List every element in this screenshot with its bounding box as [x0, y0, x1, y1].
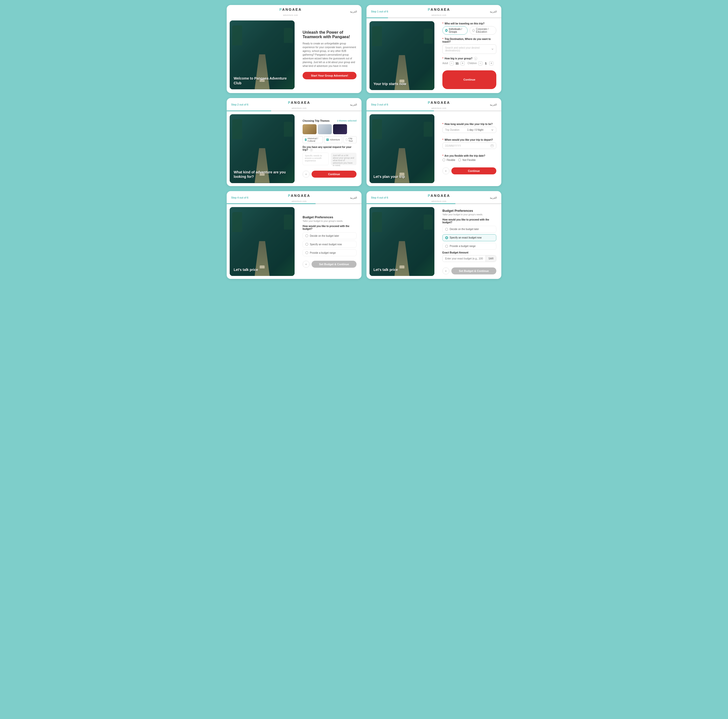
depart-group: * When would you like your trip to depar… — [442, 139, 496, 151]
radio-exact-4b — [445, 236, 448, 239]
budget-sub-4a: Tailor your budget to your group's needs… — [303, 220, 356, 222]
option-corporate-education[interactable]: Corporate / Education — [470, 26, 496, 35]
flexible-group: * Are you flexible with the trip date? F… — [442, 154, 496, 162]
theme-images-row — [303, 124, 356, 134]
budget-opt-exact-4a[interactable]: Specify an exact budget now — [303, 241, 356, 248]
radio-later-4b — [445, 228, 448, 231]
budget-range-label-4a: Provide a budget range — [310, 252, 336, 254]
step2-action-row: ‹ Continue — [303, 171, 356, 178]
arabic-link-welcome[interactable]: العربية — [350, 10, 357, 13]
depart-date-input[interactable]: DD/MM/YYYY — [442, 142, 496, 149]
option-individuals-groups[interactable]: Individuals / Groups — [442, 26, 468, 35]
budget-range-label-4b: Provide a budget range — [450, 245, 476, 247]
step3-continue-button[interactable]: Continue — [451, 167, 496, 174]
children-count: 1 — [484, 62, 488, 65]
check-historical — [305, 139, 307, 141]
theme-img-desert[interactable] — [303, 124, 317, 134]
arabic-link-3[interactable]: العربية — [490, 103, 497, 106]
option-not-flexible[interactable]: Not Flexible — [458, 159, 476, 162]
step1-continue-button[interactable]: Continue — [442, 70, 496, 89]
theme-tag-historical[interactable]: Historical / Cultural — [303, 136, 323, 143]
welcome-desc: Ready to create an unforgettable group e… — [303, 42, 356, 68]
step4b-back-button[interactable]: ‹ — [442, 267, 450, 275]
adult-count: 11 — [455, 62, 459, 65]
step2-content: Choosing Trip Themes 2 themes selected — [298, 111, 361, 186]
option-flexible[interactable]: Flexible — [442, 159, 455, 162]
budget-exact-label-4a: Specify an exact budget now — [310, 243, 342, 246]
arabic-link-4b[interactable]: العربية — [490, 196, 497, 199]
radio-flexible — [442, 159, 445, 162]
card-step3-header: Step 3 out of 6 PANGAEA adventure.com ال… — [367, 98, 501, 110]
brand-logo-4b: PANGAEA adventure.com — [428, 194, 450, 202]
duration-group: * How long would you like your trip to b… — [442, 123, 496, 136]
brand-logo-welcome: PANGAEA adventure.com — [279, 8, 302, 16]
step4b-set-budget-button[interactable]: Set Budget & Continue — [451, 267, 496, 275]
theme-tag-adventure[interactable]: Adventure — [324, 136, 342, 143]
children-increment[interactable]: + — [489, 61, 493, 66]
step-label-2: Step 2 out of 6 — [231, 103, 248, 106]
budget-opt-exact-4b[interactable]: Specify an exact budget now — [442, 234, 496, 241]
step3-back-button[interactable]: ‹ — [442, 167, 450, 174]
welcome-image-text: Welcome to Pangaea Adventure Club — [230, 72, 295, 89]
amount-input[interactable] — [443, 255, 486, 262]
destination-group: * Trip Destination, Where do you want to… — [442, 38, 496, 54]
step4a-back-button[interactable]: ‹ — [303, 261, 310, 268]
duration-placeholder: Trip Duration — [445, 128, 459, 131]
step1-image-text: Your trip starts now — [370, 78, 410, 90]
welcome-title: Unleash the Power of Teamwork with Panga… — [303, 30, 356, 39]
adult-decrement[interactable]: − — [450, 61, 454, 66]
uncheck-city — [346, 139, 347, 141]
card-step2-body: What kind of adventure are you looking f… — [227, 111, 361, 186]
step4a-set-budget-button[interactable]: Set Budget & Continue — [312, 261, 356, 268]
arabic-link-1[interactable]: العربية — [490, 10, 497, 13]
step2-back-button[interactable]: ‹ — [303, 171, 310, 178]
step2-image-heading: What kind of adventure are you looking f… — [234, 170, 291, 179]
theme-tag-city[interactable]: City Tour — [344, 136, 356, 143]
budget-opt-later-4a[interactable]: Decide on the budget later — [303, 232, 356, 239]
theme-historical-label: Historical / Cultural — [307, 137, 321, 142]
budget-question-4a: How would you like to proceed with the b… — [303, 225, 356, 230]
theme-adventure-label: Adventure — [330, 139, 340, 141]
traveler-type-group: * Who will be traveling on this trip? In… — [442, 22, 496, 35]
step3-action-row: ‹ Continue — [442, 167, 496, 174]
welcome-image-heading: Welcome to Pangaea Adventure Club — [234, 76, 291, 85]
themes-title: Choosing Trip Themes 2 themes selected — [303, 119, 356, 122]
choosing-label: Choosing Trip Themes — [303, 119, 330, 122]
budget-opt-later-4b[interactable]: Decide on the budget later — [442, 226, 496, 233]
check-adventure — [326, 139, 329, 141]
theme-img-city[interactable] — [333, 124, 347, 134]
budget-opt-range-4b[interactable]: Provide a budget range — [442, 243, 496, 250]
card-welcome-header: PANGAEA adventure.com العربية — [227, 5, 361, 17]
radio-range-4a — [305, 251, 308, 254]
step3-image-text: Let's plan your trip — [370, 170, 409, 183]
req-input[interactable]: Specific needs to ensure a smooth experi… — [303, 153, 329, 165]
step4b-image-heading: Let's talk price — [373, 267, 398, 272]
theme-city-label: City Tour — [349, 137, 354, 142]
duration-arrow-icon — [491, 129, 494, 131]
step1-image: Your trip starts now — [370, 21, 434, 90]
budget-later-label-4b: Decide on the budget later — [450, 228, 479, 231]
exact-amount-group: Exact Budget Amount SAR — [442, 251, 496, 262]
arabic-link-2[interactable]: العربية — [350, 103, 357, 106]
destination-select[interactable]: Search and select your desired destinati… — [442, 44, 496, 54]
children-decrement[interactable]: − — [478, 61, 482, 66]
adult-counter: Adult − 11 + — [442, 61, 465, 66]
step4b-action-row: ‹ Set Budget & Continue — [442, 267, 496, 275]
brand-logo-4a: PANGAEA adventure.com — [288, 194, 310, 202]
theme-img-horse[interactable] — [318, 124, 332, 134]
radio-later-4a — [305, 234, 308, 237]
req-placeholder: Specific needs to ensure a smooth experi… — [305, 154, 322, 162]
arabic-link-4a[interactable]: العربية — [350, 196, 357, 199]
adult-increment[interactable]: + — [460, 61, 465, 66]
traveler-type-label: * Who will be traveling on this trip? — [442, 22, 496, 25]
step3-image: Let's plan your trip — [370, 114, 434, 183]
group-size-group: * How big is your group? i Adult − 11 + … — [442, 57, 496, 66]
req-hint-text: Just tell us a bit about your group and … — [333, 154, 354, 166]
brand-logo-3: PANGAEA adventure.com — [428, 101, 450, 109]
step2-continue-button[interactable]: Continue — [312, 171, 356, 178]
budget-opt-range-4a[interactable]: Provide a budget range — [303, 249, 356, 256]
start-adventure-button[interactable]: Start Your Group Adventure! — [303, 72, 356, 79]
card-step1-header: Step 1 out of 6 PANGAEA adventure.com ال… — [367, 5, 501, 17]
card-step4b-body: Let's talk price Budget Preferences Tail… — [367, 204, 501, 279]
duration-select[interactable]: Trip Duration 1 day / 0 Night — [442, 127, 496, 133]
